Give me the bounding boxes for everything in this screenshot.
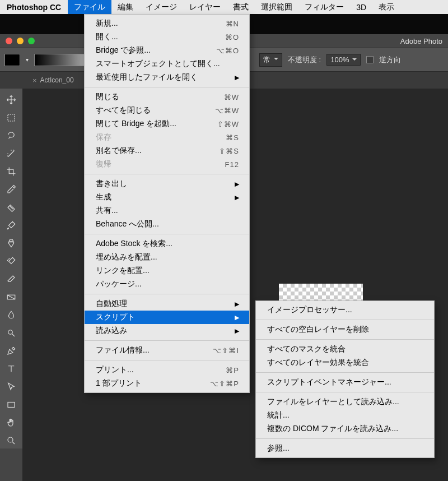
submenu-arrow-icon: ▶: [235, 181, 239, 188]
dodge-tool[interactable]: [3, 325, 20, 341]
menu-選択範囲[interactable]: 選択範囲: [255, 0, 298, 14]
rectangle-tool[interactable]: [3, 397, 20, 413]
file-menu-item[interactable]: 読み込み▶: [85, 324, 249, 337]
menu-表示[interactable]: 表示: [372, 0, 400, 14]
menu-item-label: すべてを閉じる: [96, 105, 151, 115]
file-menu-item[interactable]: 書き出し▶: [85, 177, 249, 191]
menu-イメージ[interactable]: イメージ: [139, 0, 183, 14]
menu-item-label: 閉じる: [96, 92, 119, 102]
marquee-tool[interactable]: [3, 110, 20, 126]
maximize-window-button[interactable]: [28, 38, 35, 44]
gradient-tool[interactable]: [3, 289, 20, 305]
spot-heal-tool[interactable]: [3, 200, 20, 215]
menu-item-label: 自動処理: [96, 299, 127, 309]
menu-フィルター[interactable]: フィルター: [298, 0, 350, 14]
menu-item-label: 新規...: [96, 18, 118, 29]
document-tab[interactable]: × ActIcon_00: [27, 76, 80, 85]
file-menu-item: 復帰F12: [85, 158, 249, 171]
menu-編集[interactable]: 編集: [111, 0, 139, 14]
menu-separator: [85, 294, 249, 294]
crop-tool[interactable]: [3, 164, 20, 179]
svg-rect-3: [8, 403, 15, 408]
script-menu-item[interactable]: イメージプロセッサー...: [256, 303, 434, 317]
minimize-window-button[interactable]: [17, 38, 24, 44]
eraser-tool[interactable]: [3, 271, 20, 287]
menu-shortcut: ⌥⇧⌘I: [213, 346, 239, 355]
script-menu-item[interactable]: 参照...: [256, 442, 434, 455]
file-menu-item[interactable]: 最近使用したファイルを開く▶: [85, 71, 249, 84]
lasso-tool[interactable]: [3, 128, 20, 144]
menu-shortcut: ⌘N: [226, 20, 239, 28]
menu-item-label: すべての空白レイヤーを削除: [267, 325, 369, 335]
file-menu-item[interactable]: 閉じる⌘W: [85, 90, 249, 104]
script-menu-item[interactable]: ファイルをレイヤーとして読み込み...: [256, 395, 434, 409]
menu-ファイル[interactable]: ファイル: [68, 0, 111, 14]
file-menu-item[interactable]: 別名で保存...⇧⌘S: [85, 144, 249, 158]
blend-mode-select[interactable]: 常: [259, 53, 282, 67]
file-menu-item[interactable]: スマートオブジェクトとして開く...: [85, 57, 249, 71]
file-menu-item[interactable]: 開く...⌘O: [85, 30, 249, 44]
reverse-checkbox[interactable]: [366, 56, 374, 63]
script-menu-item[interactable]: 複数の DICOM ファイルを読み込み...: [256, 422, 434, 436]
file-menu-item[interactable]: Bridge で参照...⌥⌘O: [85, 44, 249, 57]
file-menu-item[interactable]: 自動処理▶: [85, 297, 249, 311]
zoom-tool[interactable]: [3, 433, 20, 448]
script-menu-item[interactable]: 統計...: [256, 409, 434, 422]
close-window-button[interactable]: [6, 38, 12, 44]
menu-item-label: 最近使用したファイルを開く: [96, 72, 198, 82]
file-menu-item[interactable]: プリント...⌘P: [85, 363, 249, 377]
blur-tool[interactable]: [3, 307, 20, 323]
file-menu-item[interactable]: 共有...: [85, 204, 249, 218]
file-menu-item[interactable]: Adobe Stock を検索...: [85, 237, 249, 251]
move-tool[interactable]: [3, 92, 20, 108]
chevron-down-icon[interactable]: ▾: [26, 57, 29, 63]
menu-item-label: 読み込み: [96, 326, 127, 336]
magic-wand-tool[interactable]: [3, 146, 20, 161]
menu-3D[interactable]: 3D: [350, 0, 372, 14]
hand-tool[interactable]: [3, 415, 20, 431]
menu-item-label: 保存: [96, 132, 111, 142]
svg-rect-0: [8, 114, 15, 121]
script-menu-item[interactable]: すべてのレイヤー効果を統合: [256, 356, 434, 369]
opacity-select[interactable]: 100%: [326, 54, 361, 66]
close-icon[interactable]: ×: [32, 76, 37, 85]
menu-separator: [85, 87, 249, 87]
pen-tool[interactable]: [3, 343, 20, 359]
file-menu-item[interactable]: スクリプト▶: [85, 311, 249, 324]
foreground-swatch[interactable]: [4, 54, 20, 66]
menu-item-label: 埋め込みを配置...: [96, 252, 157, 262]
menu-shortcut: ⇧⌘W: [217, 120, 239, 128]
app-name: Photoshop CC: [0, 3, 68, 12]
file-menu-item[interactable]: Behance へ公開...: [85, 218, 249, 231]
clone-tool[interactable]: [3, 235, 20, 251]
file-menu-item[interactable]: リンクを配置...: [85, 264, 249, 278]
brush-tool[interactable]: [3, 218, 20, 233]
menu-separator: [85, 174, 249, 174]
file-menu-item[interactable]: 1 部プリント⌥⇧⌘P: [85, 377, 249, 390]
script-menu-item[interactable]: すべてのマスクを統合: [256, 343, 434, 356]
menu-書式[interactable]: 書式: [227, 0, 255, 14]
menu-item-label: プリント...: [96, 365, 134, 375]
history-brush-tool[interactable]: [3, 253, 20, 269]
menu-item-label: イメージプロセッサー...: [267, 305, 352, 315]
menu-shortcut: ⌘S: [226, 133, 239, 142]
menu-レイヤー[interactable]: レイヤー: [183, 0, 227, 14]
file-menu-item[interactable]: ファイル情報...⌥⇧⌘I: [85, 344, 249, 357]
file-menu-item[interactable]: 生成▶: [85, 191, 249, 204]
eyedropper-tool[interactable]: [3, 182, 20, 197]
path-select-tool[interactable]: [3, 379, 20, 395]
type-tool[interactable]: [3, 361, 20, 377]
file-menu-item[interactable]: 新規...⌘N: [85, 17, 249, 30]
file-menu-dropdown: 新規...⌘N開く...⌘OBridge で参照...⌥⌘Oスマートオブジェクト…: [84, 14, 250, 393]
submenu-arrow-icon: ▶: [235, 194, 239, 201]
script-menu-item[interactable]: すべての空白レイヤーを削除: [256, 323, 434, 336]
file-menu-item[interactable]: 埋め込みを配置...: [85, 251, 249, 264]
script-menu-item[interactable]: スクリプトイベントマネージャー...: [256, 376, 434, 389]
reverse-label: 逆方向: [379, 55, 401, 65]
file-menu-item[interactable]: パッケージ...: [85, 278, 249, 291]
menu-separator: [85, 360, 249, 360]
menu-item-label: スクリプト: [96, 312, 135, 322]
file-menu-item[interactable]: すべてを閉じる⌥⌘W: [85, 104, 249, 117]
file-menu-item[interactable]: 閉じて Bridge を起動...⇧⌘W: [85, 117, 249, 131]
menu-shortcut: ⌥⌘O: [216, 47, 239, 55]
